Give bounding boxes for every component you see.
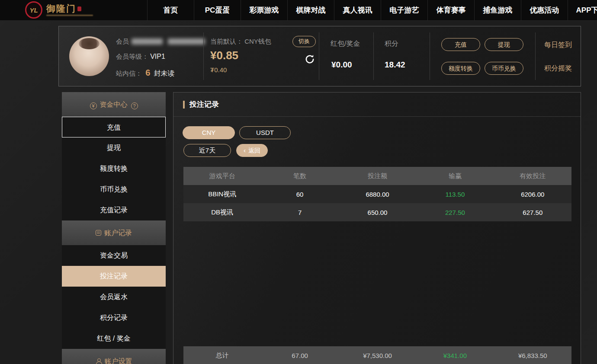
help-icon[interactable]: ? xyxy=(131,102,138,109)
nav-item-slots[interactable]: 电子游艺 xyxy=(381,0,427,21)
cell-platform: BBIN视讯 xyxy=(183,190,261,198)
member-name-redacted xyxy=(168,38,205,45)
page-title: 投注记录 xyxy=(189,99,219,109)
sidebar-item-fund-transactions[interactable]: 资金交易 xyxy=(62,245,166,266)
sidebar-item-bet-records[interactable]: 投注记录 xyxy=(62,266,166,287)
cell-count: 60 xyxy=(261,191,338,198)
col-header-count: 笔数 xyxy=(261,172,338,180)
currency-tab-usdt[interactable]: USDT xyxy=(239,126,291,139)
sidebar-item-coin-exchange[interactable]: 币币兑换 xyxy=(62,179,166,200)
sidebar-header-account-records: 账户记录 xyxy=(62,220,166,245)
logo-monogram: YL xyxy=(29,6,38,14)
member-label: 会员 xyxy=(116,38,129,45)
cell-winloss: 113.50 xyxy=(416,191,494,198)
total-valid: ¥6,833.50 xyxy=(494,352,571,359)
daily-signin-link[interactable]: 每日签到 xyxy=(544,41,572,50)
sidebar-item-deposit-records[interactable]: 充值记录 xyxy=(62,200,166,220)
wallet-cny-balance: ¥0.85 xyxy=(210,49,238,62)
table-total-row-wrap: 总计 67.00 ¥7,530.00 ¥341.00 ¥6,833.50 xyxy=(183,346,571,364)
inbox-row[interactable]: 站内信： 6 封未读 xyxy=(116,68,174,78)
sidebar-header-label: 资金中心 xyxy=(100,101,128,108)
title-accent-bar xyxy=(183,101,185,109)
sidebar-item-points-records[interactable]: 积分记录 xyxy=(62,307,166,328)
coin-exchange-button[interactable]: 币币兑换 xyxy=(485,62,523,75)
points-lottery-link[interactable]: 积分摇奖 xyxy=(544,64,572,73)
wallet-switch-button[interactable]: 切换 xyxy=(292,36,316,47)
sidebar-header-label: 账户设置 xyxy=(105,358,132,364)
panel-divider xyxy=(373,32,374,80)
member-name-redacted xyxy=(132,38,163,45)
bet-records-panel: 投注记录 CNY USDT 近7天 ‹返回 游戏平台 笔数 投注额 输赢 有效投… xyxy=(173,92,581,364)
sidebar-header-label: 账户记录 xyxy=(104,229,132,236)
currency-tab-cny[interactable]: CNY xyxy=(183,126,235,139)
yen-circle-icon: ¥ xyxy=(90,102,97,109)
brand-logo[interactable]: YL 御隆门 xyxy=(25,1,93,19)
nav-item-home[interactable]: 首页 xyxy=(147,0,194,21)
deposit-button[interactable]: 充值 xyxy=(441,38,480,51)
bet-records-table: 游戏平台 笔数 投注额 输赢 有效投注 BBIN视讯 60 6880.00 11… xyxy=(183,167,571,221)
member-level-row: 会员等级： VIP1 xyxy=(116,53,165,61)
total-winloss: ¥341.00 xyxy=(416,352,494,359)
inbox-suffix: 封未读 xyxy=(154,70,174,77)
back-button[interactable]: ‹返回 xyxy=(236,144,268,157)
logo-text: 御隆门 xyxy=(46,3,76,13)
logo-seal-icon xyxy=(77,6,81,11)
refresh-icon[interactable] xyxy=(304,53,316,65)
nav-item-pceggs[interactable]: PC蛋蛋 xyxy=(194,0,241,21)
sidebar-item-redpacket-bonus[interactable]: 红包 / 奖金 xyxy=(62,328,166,349)
cell-bet: 6880.00 xyxy=(339,191,416,198)
panel-divider xyxy=(430,32,430,80)
records-icon xyxy=(96,230,101,236)
sidebar-item-member-rebate[interactable]: 会员返水 xyxy=(62,287,166,307)
cell-count: 7 xyxy=(261,209,338,216)
inbox-unread-count: 6 xyxy=(145,68,150,77)
withdraw-button[interactable]: 提现 xyxy=(485,38,523,51)
points-label: 积分 xyxy=(385,39,398,48)
member-level-value: VIP1 xyxy=(150,53,165,60)
bonus-value: ¥0.00 xyxy=(331,60,352,70)
sidebar-item-deposit[interactable]: 充值 xyxy=(62,117,166,137)
nav-item-promotions[interactable]: 优惠活动 xyxy=(521,0,568,21)
nav-item-board-games[interactable]: 棋牌对战 xyxy=(287,0,334,21)
sidebar-header-funds-center: ¥资金中心? xyxy=(62,92,166,117)
wallet-default-label: 当前默认： CNY钱包 xyxy=(210,38,271,46)
panel-title-row: 投注记录 xyxy=(173,93,581,117)
sidebar-header-account-settings: 账户设置 xyxy=(62,349,166,364)
sidebar-item-quota-transfer[interactable]: 额度转换 xyxy=(62,158,166,179)
panel-divider xyxy=(535,32,536,80)
total-count: 67.00 xyxy=(261,352,338,359)
cell-winloss: 227.50 xyxy=(416,209,494,216)
panel-divider xyxy=(203,32,204,80)
date-range-button[interactable]: 近7天 xyxy=(183,144,231,157)
cell-platform: DB视讯 xyxy=(183,208,261,217)
cell-valid: 627.50 xyxy=(494,209,571,216)
brand-logo-icon: YL xyxy=(25,1,42,19)
points-value: 18.42 xyxy=(385,60,405,70)
nav-item-live-casino[interactable]: 真人视讯 xyxy=(334,0,381,21)
table-row: DB视讯 7 650.00 227.50 627.50 xyxy=(183,203,571,221)
cell-bet: 650.00 xyxy=(339,209,416,216)
table-row: BBIN视讯 60 6880.00 113.50 6206.00 xyxy=(183,185,571,203)
table-header-row: 游戏平台 笔数 投注额 输赢 有效投注 xyxy=(183,167,571,185)
nav-item-fishing[interactable]: 捕鱼游戏 xyxy=(474,0,521,21)
bonus-label: 红包/奖金 xyxy=(331,39,360,48)
cell-valid: 6206.00 xyxy=(494,191,571,198)
sidebar: ¥资金中心? 充值 提现 额度转换 币币兑换 充值记录 账户记录 资金交易 投注… xyxy=(62,92,166,364)
col-header-bet-amount: 投注额 xyxy=(339,172,416,180)
total-bet: ¥7,530.00 xyxy=(339,352,416,359)
logo-tagline xyxy=(46,15,93,16)
back-button-label: 返回 xyxy=(248,147,260,154)
col-header-valid-bet: 有效投注 xyxy=(494,172,571,180)
nav-item-app-download[interactable]: APP下载 xyxy=(568,0,597,21)
avatar[interactable] xyxy=(69,36,109,76)
chevron-left-icon: ‹ xyxy=(244,147,246,154)
wallet-usdt-balance: ₮0.40 xyxy=(210,66,227,73)
member-level-label: 会员等级： xyxy=(116,53,148,60)
nav-item-sports[interactable]: 体育赛事 xyxy=(427,0,474,21)
member-name-row: 会员 xyxy=(116,38,205,46)
inbox-label: 站内信： xyxy=(116,70,142,77)
nav-item-lottery[interactable]: 彩票游戏 xyxy=(241,0,287,21)
person-icon xyxy=(96,358,102,364)
sidebar-item-withdraw[interactable]: 提现 xyxy=(62,137,166,158)
quota-transfer-button[interactable]: 额度转换 xyxy=(441,62,480,75)
